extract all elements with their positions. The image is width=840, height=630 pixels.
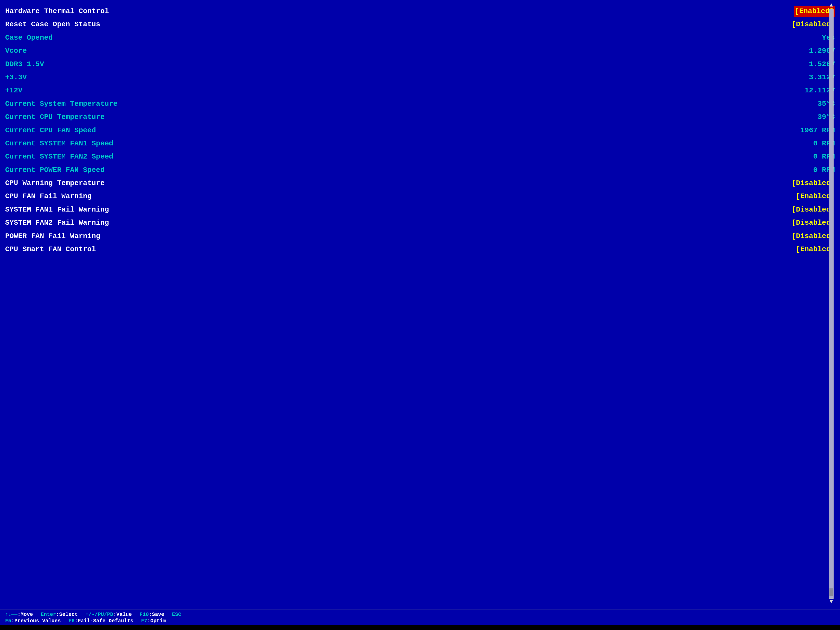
footer-key: F7 [141, 618, 147, 624]
setting-label-system-fan1-fail-warning: SYSTEM FAN1 Fail Warning [5, 204, 114, 215]
setting-row-case-opened[interactable]: Case OpenedYes [5, 31, 835, 44]
footer-key: ↑↓→← [5, 611, 17, 617]
footer-item: ESC [172, 611, 181, 617]
setting-row-vcore[interactable]: Vcore1.296V [5, 44, 835, 57]
scrollbar-thumb [829, 588, 833, 596]
footer-sep: : [149, 611, 152, 617]
footer-action: Previous Values [14, 618, 61, 624]
settings-panel: Hardware Thermal Control[Enabled]Reset C… [5, 5, 835, 609]
footer-row-2: F5:Previous ValuesF6:Fail-Safe DefaultsF… [5, 618, 835, 624]
setting-row-system-fan1-fail-warning[interactable]: SYSTEM FAN1 Fail Warning[Disabled] [5, 203, 835, 216]
scrollbar[interactable]: ▲ ▼ [827, 3, 835, 605]
setting-label-reset-case-open-status: Reset Case Open Status [5, 19, 106, 30]
black-bar [0, 625, 840, 630]
setting-row-current-cpu-fan-speed[interactable]: Current CPU FAN Speed1967 RPM [5, 124, 835, 137]
setting-label-current-cpu-temperature: Current CPU Temperature [5, 111, 110, 123]
scrollbar-up-arrow[interactable]: ▲ [829, 3, 833, 8]
footer: ↑↓→←:MoveEnter:Select+/-/PU/PD:ValueF10:… [0, 609, 840, 625]
footer-action: Fail-Safe Defaults [78, 618, 133, 624]
footer-key: F10 [139, 611, 149, 617]
setting-label-current-system-fan2-speed: Current SYSTEM FAN2 Speed [5, 151, 118, 162]
setting-row-plus-12v[interactable]: +12V12.112V [5, 84, 835, 97]
footer-sep: : [17, 611, 21, 617]
setting-row-cpu-warning-temperature[interactable]: CPU Warning Temperature[Disabled] [5, 177, 835, 189]
footer-sep: : [113, 611, 116, 617]
footer-item: F7:Optim [141, 618, 166, 624]
setting-row-current-system-fan2-speed[interactable]: Current SYSTEM FAN2 Speed0 RPM [5, 150, 835, 163]
bios-screen: Hardware Thermal Control[Enabled]Reset C… [0, 0, 840, 625]
footer-key: F6 [68, 618, 75, 624]
setting-row-plus-3-3v[interactable]: +3.3V3.312V [5, 71, 835, 84]
footer-sep: : [75, 618, 78, 624]
setting-row-reset-case-open-status[interactable]: Reset Case Open Status[Disabled] [5, 18, 835, 31]
setting-label-cpu-fan-fail-warning: CPU FAN Fail Warning [5, 191, 97, 202]
setting-label-plus-12v: +12V [5, 85, 28, 96]
footer-row-1: ↑↓→←:MoveEnter:Select+/-/PU/PD:ValueF10:… [5, 611, 835, 617]
footer-action: Select [59, 611, 78, 617]
setting-label-current-power-fan-speed: Current POWER FAN Speed [5, 164, 110, 175]
footer-key: F5 [5, 618, 11, 624]
footer-action: Value [116, 611, 132, 617]
setting-label-cpu-warning-temperature: CPU Warning Temperature [5, 178, 110, 189]
footer-action: Move [21, 611, 33, 617]
footer-sep: : [56, 611, 59, 617]
setting-label-ddr3-1-5v: DDR3 1.5V [5, 59, 49, 70]
footer-key: Enter [41, 611, 56, 617]
setting-row-current-power-fan-speed[interactable]: Current POWER FAN Speed0 RPM [5, 163, 835, 177]
setting-label-plus-3-3v: +3.3V [5, 72, 32, 83]
scrollbar-track [829, 9, 834, 598]
setting-label-current-system-temperature: Current System Temperature [5, 98, 123, 109]
footer-item: ↑↓→←:Move [5, 611, 33, 617]
setting-row-current-system-temperature[interactable]: Current System Temperature35°C [5, 97, 835, 111]
scrollbar-down-arrow[interactable]: ▼ [829, 599, 833, 605]
setting-row-cpu-fan-fail-warning[interactable]: CPU FAN Fail Warning[Enabled] [5, 189, 835, 203]
setting-row-hardware-thermal-control[interactable]: Hardware Thermal Control[Enabled] [5, 5, 835, 18]
footer-key: ESC [172, 611, 181, 617]
setting-label-cpu-smart-fan-control: CPU Smart FAN Control [5, 244, 101, 255]
footer-item: F10:Save [139, 611, 164, 617]
setting-row-power-fan-fail-warning[interactable]: POWER FAN Fail Warning[Disabled] [5, 230, 835, 243]
setting-label-hardware-thermal-control: Hardware Thermal Control [5, 6, 114, 17]
setting-row-cpu-smart-fan-control[interactable]: CPU Smart FAN Control[Enabled] [5, 243, 835, 256]
setting-label-current-system-fan1-speed: Current SYSTEM FAN1 Speed [5, 138, 118, 149]
footer-item: F6:Fail-Safe Defaults [68, 618, 133, 624]
footer-sep: : [147, 618, 150, 624]
setting-label-vcore: Vcore [5, 45, 32, 56]
setting-row-system-fan2-fail-warning[interactable]: SYSTEM FAN2 Fail Warning[Disabled] [5, 216, 835, 229]
footer-action: Optim [150, 618, 166, 624]
footer-action: Save [152, 611, 164, 617]
footer-item: F5:Previous Values [5, 618, 61, 624]
setting-row-current-cpu-temperature[interactable]: Current CPU Temperature39°C [5, 111, 835, 123]
footer-key: +/-/PU/PD [85, 611, 113, 617]
footer-item: Enter:Select [41, 611, 78, 617]
setting-label-current-cpu-fan-speed: Current CPU FAN Speed [5, 125, 101, 136]
setting-row-ddr3-1-5v[interactable]: DDR3 1.5V1.520V [5, 58, 835, 71]
footer-sep: : [11, 618, 14, 624]
setting-label-case-opened: Case Opened [5, 32, 58, 43]
setting-label-system-fan2-fail-warning: SYSTEM FAN2 Fail Warning [5, 217, 114, 228]
setting-row-current-system-fan1-speed[interactable]: Current SYSTEM FAN1 Speed0 RPM [5, 137, 835, 150]
setting-label-power-fan-fail-warning: POWER FAN Fail Warning [5, 231, 106, 242]
footer-item: +/-/PU/PD:Value [85, 611, 132, 617]
